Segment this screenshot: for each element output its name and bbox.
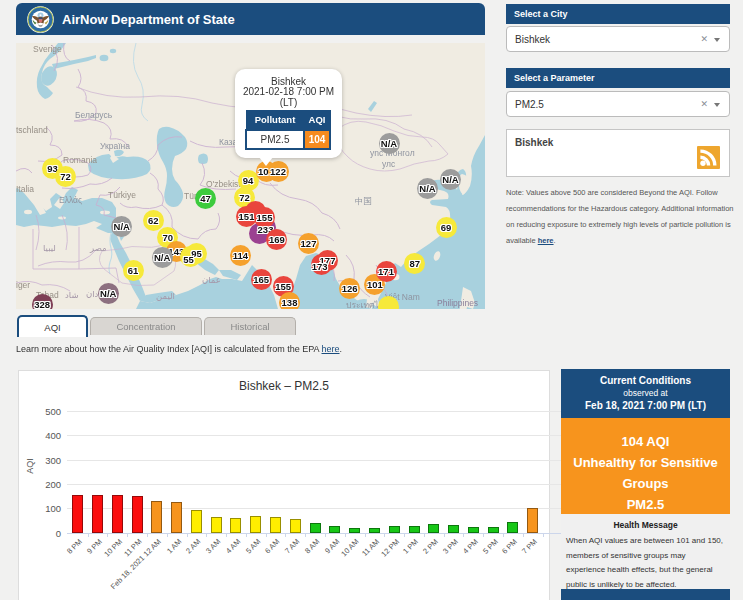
svg-text:دان: دان (86, 289, 99, 299)
svg-text:عمان: عمان (202, 275, 221, 285)
svg-text:Italia: Italia (16, 184, 34, 194)
svg-text:中国: 中国 (355, 196, 372, 206)
svg-text:Philippines: Philippines (437, 298, 478, 308)
svg-text:اليمن: اليمن (156, 291, 175, 301)
svg-text:улс: улс (382, 159, 396, 169)
svg-text:ليبيا: ليبيا (43, 243, 56, 253)
svg-text:Romania: Romania (63, 155, 97, 165)
svg-text:Türkiye: Türkiye (108, 190, 136, 200)
svg-text:Ελλάς: Ελλάς (59, 195, 82, 205)
svg-text:tschland: tschland (16, 125, 48, 135)
svg-text:iger: iger (16, 280, 30, 290)
svg-text:شاد: شاد (65, 290, 79, 300)
svg-text:Sverige: Sverige (33, 44, 62, 54)
svg-text:مصر: مصر (89, 243, 107, 253)
svg-text:Україна: Україна (100, 141, 130, 151)
svg-text:Беларусь: Беларусь (75, 110, 113, 120)
svg-text:O'zbekist: O'zbekist (206, 179, 241, 189)
